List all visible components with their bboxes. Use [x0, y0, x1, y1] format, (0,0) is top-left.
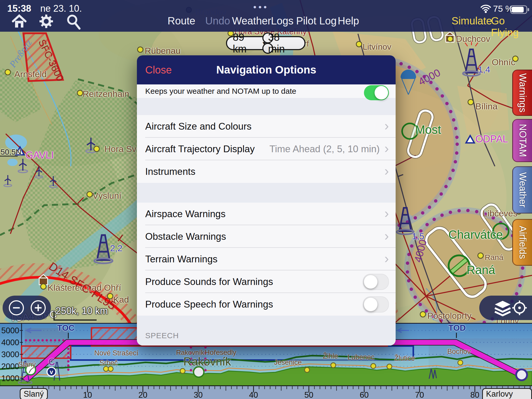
row-label: Aircraft Size and Colours [145, 121, 384, 132]
map-buttons [479, 296, 532, 320]
modal-row-terrain-warnings[interactable]: Terrain Warnings› [137, 248, 396, 270]
distance-tick-label: 70 [415, 390, 424, 399]
top-bar: 15:38 ne 23. 10. ••• 75 % [0, 0, 532, 32]
modal-row-produce-sounds-for-warnings[interactable]: Produce Sounds for Warnings [137, 270, 396, 293]
route-summary-pill[interactable]: 89 km ▾ 38 min [226, 36, 305, 50]
side-tab-warnings[interactable]: Warnings [512, 70, 532, 116]
svg-text:v: v [50, 368, 53, 375]
altitude-tick-label: 1000 [1, 374, 19, 383]
side-tab-weather[interactable]: Weather [512, 166, 532, 214]
altitude-tick-label: 5000 [1, 326, 19, 335]
row-toggle[interactable] [363, 296, 389, 312]
distance-tick-label: 60 [360, 390, 369, 399]
modal-row-aircraft-size-and-colours[interactable]: Aircraft Size and Colours› [137, 115, 396, 138]
row-toggle[interactable] [363, 274, 389, 290]
altitude-tick-label: 2000 [1, 362, 19, 371]
zoom-out-button[interactable] [9, 301, 23, 315]
distance-tick-label: 80 [470, 390, 479, 399]
route-distance: 89 km [233, 31, 261, 55]
chevron-down-icon[interactable]: ▾ [263, 39, 266, 47]
row-label: Terrain Warnings [145, 254, 384, 265]
menu-item-weather[interactable]: Weather [232, 15, 271, 27]
auto-update-row[interactable]: Keeps your weather and NOTAM up to date [137, 84, 396, 98]
row-label: Airspace Warnings [145, 209, 384, 220]
modal-header: Close Navigation Options [137, 55, 396, 84]
altitude-tick-label: 3000 [1, 350, 19, 359]
menu-item-route[interactable]: Route [168, 15, 195, 27]
auto-update-toggle[interactable] [364, 85, 389, 100]
route-duration: 38 min [268, 31, 299, 55]
row-label: Obstacle Warnings [145, 231, 384, 242]
menu-item-help[interactable]: Help [338, 15, 359, 27]
side-tab-notam[interactable]: NOTAM [512, 119, 532, 162]
gps-center-button[interactable] [512, 301, 527, 315]
altitude-tick-label: 4000 [1, 338, 19, 347]
modal-row-produce-speech-for-warnings[interactable]: Produce Speech for Warnings [137, 293, 396, 316]
menu-item-pilot-log[interactable]: Pilot Log [296, 15, 337, 27]
distance-tick-label: 20 [138, 390, 147, 399]
route-end-chip[interactable]: Karlovy Vary [482, 388, 532, 399]
menu-item-simulate[interactable]: Simulate [451, 15, 492, 27]
home-button[interactable] [11, 14, 27, 29]
app-screen: ArnsfeldReitzenhainRübenauHora Svaté Kat… [0, 0, 532, 399]
menu-item-logs[interactable]: Logs [271, 15, 294, 27]
distance-tick-label: 40 [249, 390, 258, 399]
modal-row-airspace-warnings[interactable]: Airspace Warnings› [137, 203, 396, 225]
row-label: Aircraft Trajectory Display [145, 144, 269, 155]
row-label: Instruments [145, 166, 384, 177]
distance-tick-label: 50 [304, 390, 313, 399]
route-start-chip[interactable]: Slaný [20, 388, 48, 399]
side-tab-airfields[interactable]: Airfields [512, 219, 532, 266]
row-label: Produce Sounds for Warnings [145, 276, 363, 287]
gear-icon[interactable] [38, 14, 54, 29]
search-icon[interactable] [65, 14, 82, 30]
menu-item-go-flying[interactable]: Go Flying [491, 15, 532, 38]
position-marker [194, 367, 204, 377]
modal-row-obstacle-warnings[interactable]: Obstacle Warnings› [137, 225, 396, 248]
modal-title: Navigation Options [137, 64, 396, 76]
handle-dots-icon[interactable]: ••• [253, 2, 269, 12]
navigation-options-modal: Close Navigation Options Keeps your weat… [137, 55, 396, 345]
layers-button[interactable] [495, 301, 510, 315]
destination-marker [516, 369, 527, 380]
section-footer: SPEECH [137, 316, 396, 345]
modal-row-aircraft-trajectory-display[interactable]: Aircraft Trajectory DisplayTime Ahead (2… [137, 138, 396, 160]
zoom-in-button[interactable] [31, 301, 45, 315]
distance-tick-label: 30 [194, 390, 203, 399]
speech-section-label: SPEECH [145, 331, 179, 340]
row-detail: Time Ahead (2, 5, 10 min) [269, 144, 380, 155]
menu-item-undo: Undo [205, 15, 230, 27]
modal-row-instruments[interactable]: Instruments› [137, 160, 396, 183]
map-scale-label: 250k, 10 km [56, 305, 108, 316]
row-label: Produce Speech for Warnings [145, 299, 363, 310]
zoom-controls [3, 296, 51, 320]
distance-tick-label: 10 [83, 390, 92, 399]
